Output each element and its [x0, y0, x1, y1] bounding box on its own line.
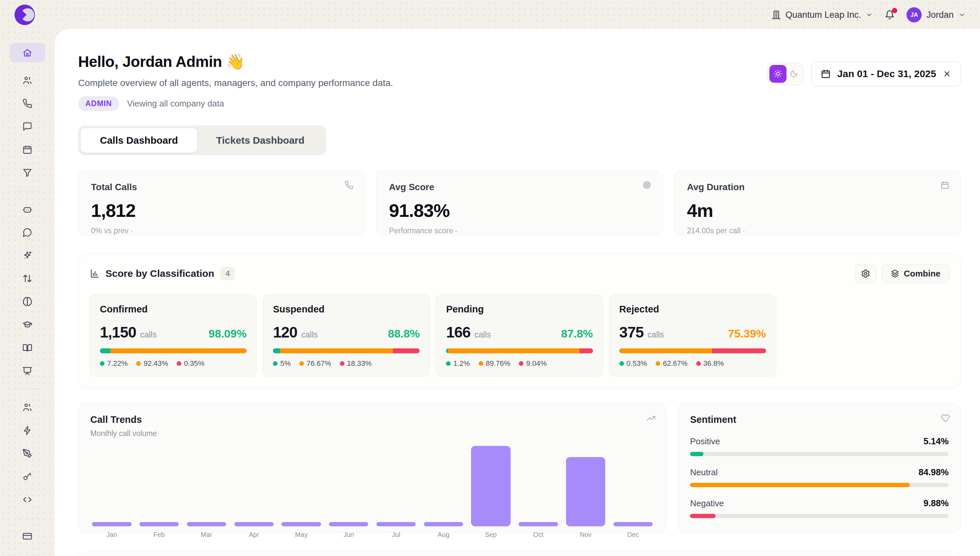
main-content: Hello, Jordan Admin 👋 Complete overview … — [54, 29, 980, 556]
sidebar-divider — [14, 191, 40, 191]
bar-mar[interactable] — [187, 522, 226, 526]
empty-grid-cell — [782, 294, 949, 377]
phone-icon — [23, 99, 32, 108]
phone-icon — [344, 181, 353, 189]
moon-icon — [790, 70, 798, 78]
stat-sub: 0% vs prev · — [91, 226, 352, 235]
notifications-button[interactable] — [885, 10, 894, 20]
orange-dot — [299, 361, 304, 366]
code-icon — [23, 495, 32, 504]
bar-may[interactable] — [281, 522, 321, 526]
sidebar-item-library[interactable] — [23, 343, 32, 352]
chart-title: Call Trends — [90, 414, 654, 425]
company-name: Quantum Leap Inc. — [786, 10, 861, 20]
tab-tickets-dashboard[interactable]: Tickets Dashboard — [197, 128, 324, 153]
bar-sep[interactable] — [471, 446, 510, 526]
bar-feb[interactable] — [139, 522, 179, 526]
sidebar-item-transfers[interactable] — [23, 273, 32, 283]
username: Jordan — [926, 10, 954, 20]
score-percent: 98.09% — [209, 327, 247, 340]
bar-jul[interactable] — [377, 522, 416, 526]
user-menu[interactable]: JA Jordan — [907, 7, 965, 23]
target-icon — [642, 181, 651, 189]
sidebar-item-presentations[interactable] — [23, 366, 32, 376]
bot-icon — [23, 204, 32, 214]
users-icon — [23, 76, 32, 86]
bar-legend: 1.2% 89.76% 9.04% — [446, 359, 593, 368]
sidebar-item-billing[interactable] — [23, 531, 32, 541]
score-percent: 88.8% — [388, 327, 420, 340]
tab-calls-dashboard[interactable]: Calls Dashboard — [81, 128, 197, 153]
sentiment-title: Sentiment — [690, 414, 949, 425]
sidebar-item-access[interactable] — [23, 472, 32, 482]
score-percent: 87.8% — [561, 327, 593, 340]
date-range-value: Jan 01 - Dec 31, 2025 — [837, 68, 936, 79]
orange-dot — [656, 361, 660, 366]
sidebar-item-chat[interactable] — [23, 228, 32, 237]
combine-button[interactable]: Combine — [882, 264, 949, 283]
arrow-up-down-icon — [23, 273, 32, 283]
sidebar-item-teams[interactable] — [23, 402, 32, 412]
theme-toggle[interactable] — [767, 63, 803, 85]
sidebar-item-calendar[interactable] — [23, 145, 32, 155]
page-title: Hello, Jordan Admin 👋 — [78, 53, 393, 71]
light-mode-button[interactable] — [769, 65, 786, 83]
green-dot — [100, 361, 105, 366]
home-icon — [23, 48, 32, 58]
calendar-icon — [821, 69, 831, 79]
sidebar-nav — [0, 30, 54, 556]
bar-jan[interactable] — [92, 522, 131, 526]
layers-icon — [891, 269, 899, 278]
sidebar-item-knowledge[interactable] — [23, 297, 32, 307]
chevron-down-icon — [958, 11, 965, 18]
sidebar-item-developer[interactable] — [23, 495, 32, 504]
bar-dec[interactable] — [613, 522, 653, 526]
sparkles-icon — [23, 251, 32, 260]
green-dot — [619, 361, 624, 366]
dark-mode-button[interactable] — [786, 65, 801, 83]
bar-jun[interactable] — [329, 522, 368, 526]
app-logo-icon[interactable] — [15, 5, 35, 25]
sidebar-item-messages[interactable] — [23, 121, 32, 131]
date-range-picker[interactable]: Jan 01 - Dec 31, 2025 — [811, 61, 961, 86]
sentiment-row-neutral: Neutral 84.98% — [690, 467, 949, 487]
stat-value: 4m — [687, 200, 948, 221]
stacked-bar — [100, 348, 247, 353]
bar-legend: 0.53% 62.67% 36.8% — [619, 359, 766, 368]
sidebar-item-filters[interactable] — [23, 168, 32, 178]
call-trends-chart — [90, 444, 654, 526]
sidebar-item-design[interactable] — [23, 449, 32, 459]
red-dot — [696, 361, 701, 366]
sidebar-item-home[interactable] — [10, 43, 45, 62]
company-switcher[interactable]: Quantum Leap Inc. — [772, 10, 873, 20]
heart-icon — [941, 414, 950, 423]
bar-apr[interactable] — [234, 522, 273, 526]
bar-aug[interactable] — [424, 522, 463, 526]
classification-grid: Confirmed 1,150 calls 98.09% 7.22% 92.43… — [90, 294, 949, 377]
orange-dot — [136, 361, 141, 366]
funnel-icon — [23, 168, 32, 178]
sidebar-item-calls[interactable] — [23, 99, 32, 108]
call-trends-card: Call Trends Monthly call volume JanFebMa… — [78, 403, 666, 533]
chart-subtitle: Monthly call volume — [90, 429, 654, 438]
classification-settings-button[interactable] — [855, 264, 877, 283]
graduation-cap-icon — [23, 320, 32, 330]
sidebar-item-bot[interactable] — [23, 204, 32, 214]
message-square-icon — [23, 121, 32, 131]
stacked-bar — [446, 348, 593, 353]
sidebar-item-ai[interactable] — [23, 251, 32, 260]
credit-card-icon — [23, 531, 32, 541]
score-percent: 75.39% — [728, 327, 766, 340]
trending-up-icon — [647, 414, 656, 423]
stat-card-total-calls: Total Calls 1,812 0% vs prev · — [78, 170, 365, 235]
topbar-right: Quantum Leap Inc. JA Jordan — [772, 7, 965, 23]
clear-date-button[interactable] — [943, 70, 951, 78]
bar-oct[interactable] — [519, 522, 558, 526]
page-subtitle: Complete overview of all agents, manager… — [78, 78, 393, 88]
sidebar-item-users[interactable] — [23, 76, 32, 86]
bar-nov[interactable] — [566, 457, 605, 526]
sidebar-divider — [14, 518, 40, 518]
sidebar-item-automations[interactable] — [23, 425, 32, 435]
sidebar-item-training[interactable] — [23, 320, 32, 330]
chevron-down-icon — [866, 11, 873, 18]
